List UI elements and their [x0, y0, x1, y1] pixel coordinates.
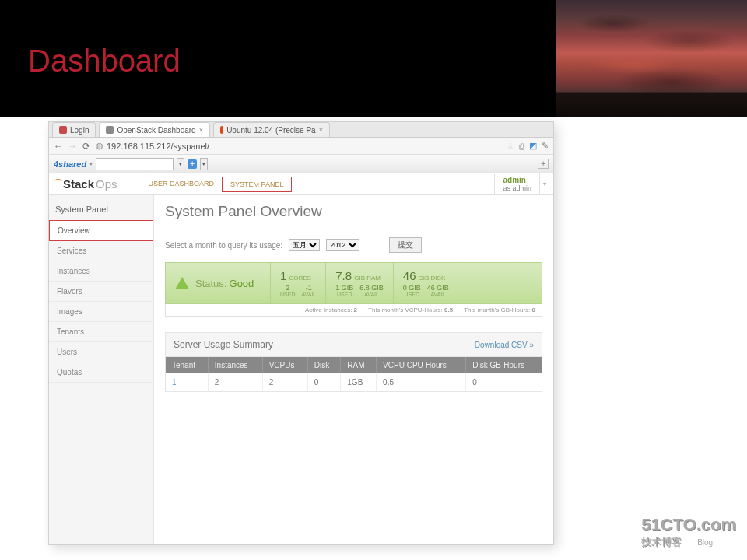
brand-logo[interactable]: ⌒ StackOps — [54, 177, 117, 191]
usage-table: Tenant Instances VCPUs Disk RAM VCPU CPU… — [166, 357, 542, 391]
watermark-line2: 技术博客 — [641, 535, 682, 549]
slide-title: Dashboard — [28, 44, 181, 79]
usage-title: Server Usage Summary — [174, 339, 273, 350]
sidebar-item-images[interactable]: Images — [49, 302, 153, 322]
col-disk: Disk — [307, 357, 341, 373]
tab-login[interactable]: Login — [52, 122, 96, 137]
watermark-line1: 51CTO.com — [641, 515, 736, 535]
status-value: Good — [230, 278, 254, 289]
watermark-blog: Blog — [697, 538, 713, 547]
address-bar-row: ← → ⟳ ◍ 192.168.115.212/syspanel/ ☆ ⎙ ◩ … — [49, 138, 553, 155]
col-ram: RAM — [341, 357, 377, 373]
chevron-down-icon[interactable]: ▾ — [539, 173, 549, 194]
cell: 0.5 — [377, 373, 466, 391]
tab-label: Login — [70, 126, 89, 135]
nav-user-dashboard[interactable]: USER DASHBOARD — [141, 177, 223, 192]
watermark: 51CTO.com 技术博客 Blog — [641, 515, 736, 549]
close-icon[interactable]: × — [319, 126, 323, 134]
sidebar-item-tenants[interactable]: Tenants — [49, 322, 153, 342]
sidebar-item-instances[interactable]: Instances — [49, 261, 153, 282]
cell: 0 — [307, 373, 341, 391]
bookmark-icon[interactable]: ☆ — [507, 141, 514, 151]
dropdown-icon[interactable]: ▾ — [177, 158, 184, 170]
page-title: System Panel Overview — [165, 203, 542, 220]
user-menu[interactable]: admin as admin — [494, 174, 539, 194]
tab-openstack[interactable]: OpenStack Dashboard × — [99, 122, 209, 137]
table-row: 1 2 2 0 1GB 0.5 0 — [166, 373, 542, 391]
dropdown-icon[interactable]: ▾ — [200, 158, 208, 170]
app-header: ⌒ StackOps USER DASHBOARD SYSTEM PANEL a… — [49, 173, 553, 195]
sidebar-item-quotas[interactable]: Quotas — [49, 362, 153, 383]
query-label: Select a month to query its usage: — [165, 241, 282, 250]
sidebar-item-flavors[interactable]: Flavors — [49, 282, 153, 302]
forward-icon[interactable]: → — [68, 141, 77, 152]
download-csv-link[interactable]: Download CSV » — [475, 341, 534, 349]
favicon — [106, 126, 114, 134]
col-cpu-hours: VCPU CPU-Hours — [377, 357, 466, 373]
query-row: Select a month to query its usage: 五月 20… — [165, 237, 542, 253]
address-bar[interactable]: ◍ 192.168.115.212/syspanel/ — [96, 141, 502, 151]
sunset-image — [556, 0, 747, 117]
slide-header: Dashboard — [0, 0, 747, 117]
col-vcpus: VCPUs — [262, 357, 307, 373]
stat-disk: 46 GIB DISK 0 GIBUSED 46 GIBAVAIL — [394, 263, 542, 303]
puzzle-icon[interactable]: ◩ — [529, 141, 537, 151]
col-gb-hours: Disk GB-Hours — [466, 357, 542, 373]
extension-toolbar: 4shared ▾ ▾ + ▾ + — [49, 155, 553, 173]
toolbar-search-input[interactable] — [96, 158, 174, 170]
add-icon[interactable]: + — [538, 159, 549, 169]
print-icon[interactable]: ⎙ — [519, 142, 524, 151]
usage-table-box: Server Usage Summary Download CSV » Tena… — [165, 332, 542, 392]
reload-icon[interactable]: ⟳ — [82, 141, 91, 152]
swoosh-icon: ⌒ — [54, 177, 63, 191]
stat-cores: 1 CORES 2USED -1AVAIL — [271, 263, 326, 303]
plus-icon[interactable]: + — [188, 159, 197, 169]
cell: 2 — [208, 373, 262, 391]
page-content: ⌒ StackOps USER DASHBOARD SYSTEM PANEL a… — [49, 173, 553, 544]
browser-tabs: Login OpenStack Dashboard × Ubuntu 12.04… — [49, 122, 553, 138]
nav-system-panel[interactable]: SYSTEM PANEL — [222, 177, 292, 192]
wrench-icon[interactable]: ✎ — [542, 141, 549, 151]
col-tenant: Tenant — [166, 357, 208, 373]
sidebar-item-services[interactable]: Services — [49, 241, 153, 261]
tab-label: OpenStack Dashboard — [117, 126, 195, 135]
favicon — [220, 126, 223, 134]
tenant-link[interactable]: 1 — [166, 373, 208, 391]
close-icon[interactable]: × — [199, 126, 203, 134]
status-cell: Status: Good — [166, 263, 271, 303]
back-icon[interactable]: ← — [54, 141, 63, 152]
month-select[interactable]: 五月 — [289, 239, 320, 251]
globe-icon: ◍ — [96, 141, 103, 151]
status-strip: Status: Good 1 CORES 2USED -1AVAIL 7.8 G… — [165, 262, 542, 304]
col-instances: Instances — [208, 357, 262, 373]
status-footer: Active Instances: 2 This month's VCPU-Ho… — [165, 304, 542, 317]
browser-window: Login OpenStack Dashboard × Ubuntu 12.04… — [48, 121, 554, 545]
main-panel: System Panel Overview Select a month to … — [154, 195, 553, 544]
stat-ram: 7.8 GIB RAM 1 GIBUSED 6.8 GIBAVAIL — [326, 263, 394, 303]
url-text: 192.168.115.212/syspanel/ — [107, 142, 209, 151]
tab-ubuntu[interactable]: Ubuntu 12.04 (Precise Pa × — [213, 122, 330, 137]
year-select[interactable]: 2012 — [326, 239, 359, 251]
user-role: as admin — [503, 184, 531, 192]
4shared-logo[interactable]: 4shared — [54, 159, 86, 169]
tab-label: Ubuntu 12.04 (Precise Pa — [226, 126, 316, 135]
user-name: admin — [503, 176, 531, 184]
sidebar-item-users[interactable]: Users — [49, 342, 153, 362]
sidebar-title: System Panel — [49, 195, 153, 220]
cell: 2 — [262, 373, 307, 391]
cell: 0 — [466, 373, 542, 391]
favicon — [59, 126, 67, 134]
submit-button[interactable]: 提交 — [389, 237, 422, 253]
sidebar: System Panel Overview Services Instances… — [49, 195, 154, 544]
sidebar-item-overview[interactable]: Overview — [49, 220, 153, 241]
status-label: Status: — [195, 278, 226, 289]
arrow-up-icon — [175, 277, 189, 289]
cell: 1GB — [341, 373, 377, 391]
